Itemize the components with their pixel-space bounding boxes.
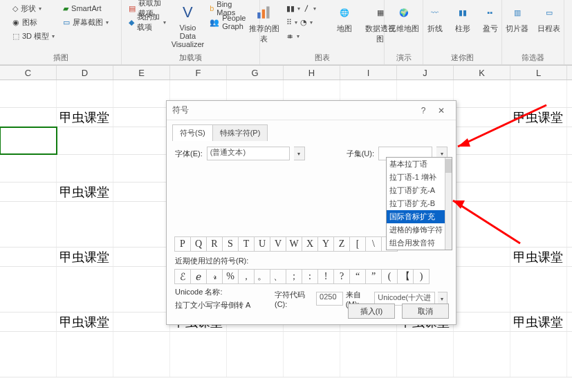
icons-button[interactable]: ◉图标: [10, 15, 57, 29]
sparkcol-icon: ▮▮: [453, 3, 472, 22]
cell-content[interactable]: 甲虫课堂: [510, 248, 567, 266]
col-header[interactable]: K: [454, 66, 510, 80]
dropdown-option-selected[interactable]: 国际音标扩充: [387, 210, 452, 223]
char-cell[interactable]: (: [381, 269, 398, 284]
char-cell[interactable]: Q: [190, 236, 207, 252]
char-cell[interactable]: 【: [397, 269, 414, 284]
chart-gallery-1[interactable]: ▮▮▾ 〳▾: [284, 1, 325, 15]
char-cell[interactable]: Y: [317, 236, 334, 252]
cell-content[interactable]: 甲虫课堂: [510, 108, 567, 127]
cell-content[interactable]: 甲虫课堂: [57, 108, 113, 127]
sparkline-icon: 〰: [425, 3, 445, 22]
dropdown-option[interactable]: 进格的修饰字符: [387, 223, 452, 236]
3dmap-button[interactable]: 🌍三维地图: [387, 1, 421, 48]
cell-content[interactable]: 甲虫课堂: [510, 312, 567, 331]
slicer-button[interactable]: ▥切片器: [503, 1, 532, 48]
chevron-down-icon[interactable]: ▾: [294, 147, 305, 160]
char-cell[interactable]: ): [413, 269, 430, 284]
char-cell[interactable]: %: [222, 269, 239, 284]
cell-content[interactable]: 甲虫课堂: [57, 312, 113, 331]
3dmodel-button[interactable]: ⬚3D 模型▾: [10, 29, 57, 43]
char-cell[interactable]: S: [222, 236, 239, 252]
insert-button[interactable]: 插入(I): [348, 304, 395, 319]
chart-gallery-2[interactable]: ⠿▾ ◔▾: [284, 15, 325, 29]
chart-gallery-3[interactable]: ⩩▾: [284, 29, 325, 43]
subset-dropdown[interactable]: 基本拉丁语 拉丁语-1 增补 拉丁语扩充-A 拉丁语扩充-B 国际音标扩充 进格…: [386, 157, 452, 250]
col-header[interactable]: H: [284, 66, 340, 80]
map-icon: 🌐: [335, 3, 354, 22]
bar-chart-icon: ▮▮: [286, 4, 295, 13]
unicode-name: 拉丁文小写字母倒转 A: [175, 300, 272, 310]
recommended-charts-button[interactable]: 推荐的图表: [248, 1, 281, 48]
col-header[interactable]: L: [510, 66, 567, 80]
sparkline-column-button[interactable]: ▮▮柱形: [450, 1, 475, 48]
screenshot-icon: ▭: [63, 18, 70, 27]
col-header[interactable]: I: [340, 66, 397, 80]
char-cell[interactable]: R: [206, 236, 223, 252]
tab-special[interactable]: 特殊字符(P): [212, 124, 268, 141]
col-header[interactable]: J: [397, 66, 454, 80]
char-cell[interactable]: “: [349, 269, 366, 284]
visio-button[interactable]: VVisio Data Visualizer: [172, 1, 204, 48]
cell-content[interactable]: 甲虫课堂: [57, 248, 113, 266]
col-header[interactable]: D: [57, 66, 113, 80]
font-select[interactable]: (普通文本): [207, 147, 290, 160]
code-label: 字符代码(C):: [275, 290, 313, 308]
char-cell[interactable]: W: [286, 236, 302, 252]
pie-icon: ◔: [300, 18, 307, 27]
group-caption: 插图: [53, 52, 68, 64]
timeline-button[interactable]: ▭日程表: [535, 1, 564, 48]
col-header[interactable]: C: [0, 66, 57, 80]
scrollbar[interactable]: [445, 158, 452, 250]
map-button[interactable]: 🌐地图: [328, 1, 361, 48]
dropdown-option[interactable]: 拉丁语扩充-B: [387, 197, 452, 210]
char-cell[interactable]: [: [349, 236, 366, 252]
col-header[interactable]: G: [227, 66, 284, 80]
char-cell[interactable]: 。: [254, 269, 270, 284]
unicode-name-label: Unicode 名称:: [175, 287, 272, 297]
dropdown-option[interactable]: 组合用发音符: [387, 236, 452, 250]
char-cell[interactable]: U: [254, 236, 270, 252]
char-cell[interactable]: \: [365, 236, 382, 252]
group-caption: 演示: [396, 52, 412, 64]
char-cell[interactable]: ，: [238, 269, 255, 284]
recent-label: 近期使用过的符号(R):: [175, 256, 448, 266]
char-code-input[interactable]: 0250: [316, 292, 343, 306]
cell-content[interactable]: 甲虫课堂: [57, 183, 113, 201]
char-cell[interactable]: Z: [333, 236, 350, 252]
char-cell[interactable]: ；: [286, 269, 302, 284]
group-caption: 迷你图: [451, 52, 474, 64]
tab-symbols[interactable]: 符号(S): [172, 124, 213, 141]
char-cell[interactable]: P: [174, 236, 191, 252]
col-header[interactable]: F: [170, 66, 227, 80]
char-cell[interactable]: :: [302, 269, 318, 284]
char-cell[interactable]: ℰ: [174, 269, 191, 284]
sparkline-line-button[interactable]: 〰折线: [423, 1, 448, 48]
char-cell[interactable]: X: [302, 236, 318, 252]
slicer-icon: ▥: [508, 3, 527, 22]
char-cell[interactable]: ?: [333, 269, 350, 284]
shapes-button[interactable]: ◇形状▾: [10, 1, 57, 15]
char-cell[interactable]: ℯ: [190, 269, 207, 284]
cancel-button[interactable]: 取消: [402, 304, 449, 319]
scatter-icon: ⠿: [286, 18, 292, 27]
help-button[interactable]: ?: [414, 106, 432, 115]
char-cell[interactable]: T: [238, 236, 255, 252]
close-icon[interactable]: ✕: [432, 106, 450, 115]
shapes-icon: ◇: [12, 4, 18, 13]
dropdown-option[interactable]: 基本拉丁语: [387, 158, 452, 171]
active-cell[interactable]: [0, 127, 57, 154]
sparkline-winloss-button[interactable]: ▪▪盈亏: [478, 1, 503, 48]
char-cell[interactable]: ”: [365, 269, 382, 284]
svg-rect-1: [261, 10, 264, 19]
char-cell[interactable]: 𝓇: [206, 269, 223, 284]
dropdown-option[interactable]: 拉丁语扩充-A: [387, 184, 452, 197]
smartart-button[interactable]: ▰SmartArt: [60, 1, 111, 15]
char-cell[interactable]: !: [317, 269, 334, 284]
screenshot-button[interactable]: ▭屏幕截图▾: [60, 15, 111, 29]
dropdown-option[interactable]: 拉丁语-1 增补: [387, 171, 452, 184]
my-addins-button[interactable]: ◆我的加载项▾: [126, 15, 169, 29]
char-cell[interactable]: V: [270, 236, 286, 252]
char-cell[interactable]: 、: [270, 269, 286, 284]
col-header[interactable]: E: [113, 66, 170, 80]
